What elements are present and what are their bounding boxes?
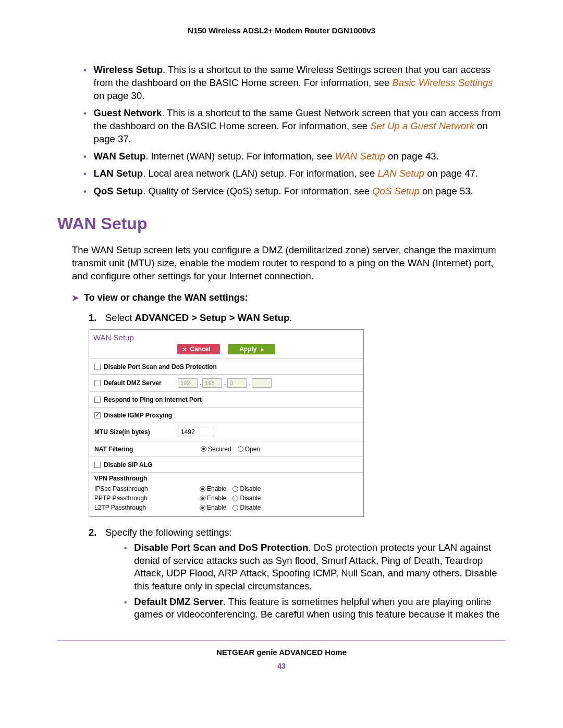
list-item: • Disable Port Scan and DoS Protection. … [124,541,506,593]
footer-title: NETGEAR genie ADVANCED Home [57,648,506,657]
arrow-icon: ➤ [72,293,79,303]
wan-setup-panel: WAN Setup Cancel Apply Disable Port Scan… [89,329,364,517]
list-item: 1. Select ADVANCED > Setup > WAN Setup. [89,312,506,325]
label-ipsec: IPSec Passthrough [94,485,200,492]
bullet-icon: • [83,150,87,164]
bullet-icon: • [124,541,127,593]
link-wan-setup[interactable]: WAN Setup [335,151,385,162]
list-item: • Default DMZ Server. This feature is so… [124,596,506,621]
apply-button[interactable]: Apply [228,344,275,354]
checkbox-respond-ping[interactable] [94,397,101,403]
label-disable-sip: Disable SIP ALG [104,461,152,468]
section-heading-wan-setup: WAN Setup [57,214,506,233]
radio-pptp-enable[interactable] [200,496,205,501]
bullet-icon: • [83,167,87,181]
dmz-ip-octet-4[interactable] [252,378,272,388]
radio-pptp-disable[interactable] [232,496,238,501]
label-vpn-passthrough: VPN Passthrough [94,475,358,482]
dmz-ip-octet-1[interactable]: 192 [178,378,198,388]
checkbox-disable-port-scan[interactable] [94,364,101,370]
list-item: • WAN Setup. Internet (WAN) setup. For i… [83,150,506,164]
list-item: • QoS Setup. Quality of Service (QoS) se… [83,185,506,199]
list-item: • Guest Network. This is a shortcut to t… [83,107,506,146]
list-item: 2. Specify the following settings: • Dis… [89,526,506,624]
bullet-icon: • [83,64,87,103]
dmz-ip-octet-3[interactable]: 0 [227,378,247,388]
label-l2tp: L2TP Passthrough [94,504,200,511]
list-item: • LAN Setup. Local area network (LAN) se… [83,167,506,181]
bullet-icon: • [124,596,127,621]
page-number: 43 [57,662,506,670]
checkbox-disable-igmp[interactable] [94,412,101,418]
label-nat-filtering: NAT Filtering [94,446,133,453]
mtu-input[interactable] [178,427,214,437]
label-respond-ping: Respond to Ping on Internet Port [104,396,202,403]
label-mtu-size: MTU Size(in bytes) [94,428,150,436]
label-disable-port-scan: Disable Port Scan and DoS Protection [104,363,217,371]
panel-title: WAN Setup [89,330,363,343]
section-intro: The WAN Setup screen lets you configure … [72,244,506,283]
bullet-icon: • [83,185,87,199]
radio-ipsec-enable[interactable] [200,486,205,492]
cancel-button[interactable]: Cancel [177,344,219,354]
procedure-heading: ➤ To view or change the WAN settings: [72,292,506,303]
checkbox-default-dmz[interactable] [94,380,101,386]
list-item: • Wireless Setup. This is a shortcut to … [83,64,506,103]
link-qos-setup[interactable]: QoS Setup [372,186,420,196]
footer-divider [57,640,506,640]
doc-header: N150 Wireless ADSL2+ Modem Router DGN100… [57,26,506,35]
radio-nat-open[interactable] [238,446,243,452]
dmz-ip-octet-2[interactable]: 168 [202,378,222,388]
radio-l2tp-enable[interactable] [200,505,205,511]
checkbox-disable-sip[interactable] [94,462,101,468]
radio-nat-secured[interactable] [201,446,206,452]
link-basic-wireless[interactable]: Basic Wireless Settings [392,77,493,88]
radio-l2tp-disable[interactable] [232,505,238,511]
link-guest-network[interactable]: Set Up a Guest Network [370,120,474,131]
bullet-icon: • [83,107,87,146]
label-disable-igmp: Disable IGMP Proxying [104,412,172,419]
intro-bullet-list: • Wireless Setup. This is a shortcut to … [83,64,506,199]
label-pptp: PPTP Passthrough [94,495,200,502]
link-lan-setup[interactable]: LAN Setup [378,168,424,179]
label-default-dmz: Default DMZ Server [104,379,162,387]
radio-ipsec-disable[interactable] [232,486,238,492]
